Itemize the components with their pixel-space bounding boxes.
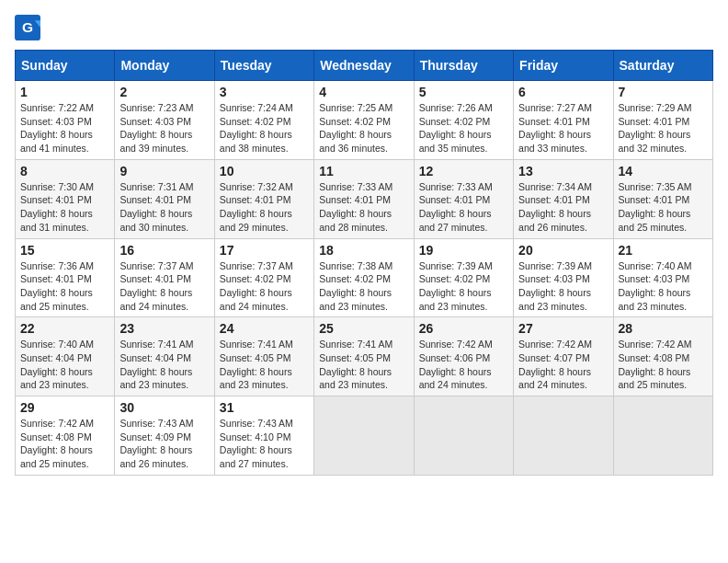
calendar-cell: [314, 396, 414, 476]
weekday-header-sunday: Sunday: [16, 51, 115, 81]
day-number: 17: [220, 243, 309, 258]
calendar-cell: [414, 396, 513, 476]
calendar-cell: 12 Sunrise: 7:33 AMSunset: 4:01 PMDaylig…: [414, 159, 513, 238]
calendar-cell: 14 Sunrise: 7:35 AMSunset: 4:01 PMDaylig…: [613, 159, 712, 238]
day-info: Sunrise: 7:41 AMSunset: 4:05 PMDaylight:…: [220, 339, 293, 390]
calendar-cell: 19 Sunrise: 7:39 AMSunset: 4:02 PMDaylig…: [414, 238, 513, 317]
weekday-header-friday: Friday: [514, 51, 613, 81]
calendar-cell: 17 Sunrise: 7:37 AMSunset: 4:02 PMDaylig…: [214, 238, 313, 317]
calendar-cell: 27 Sunrise: 7:42 AMSunset: 4:07 PMDaylig…: [514, 317, 613, 396]
day-info: Sunrise: 7:42 AMSunset: 4:08 PMDaylight:…: [20, 418, 94, 469]
day-number: 3: [220, 85, 309, 99]
calendar-cell: 1 Sunrise: 7:22 AMSunset: 4:03 PMDayligh…: [16, 81, 115, 160]
calendar-table: SundayMondayTuesdayWednesdayThursdayFrid…: [15, 50, 713, 476]
calendar-cell: 23 Sunrise: 7:41 AMSunset: 4:04 PMDaylig…: [115, 317, 214, 396]
day-number: 13: [518, 164, 608, 178]
day-number: 5: [419, 85, 508, 99]
calendar-cell: [613, 396, 712, 476]
calendar-cell: 24 Sunrise: 7:41 AMSunset: 4:05 PMDaylig…: [214, 317, 313, 396]
day-number: 22: [20, 321, 109, 336]
day-number: 21: [619, 243, 708, 258]
day-info: Sunrise: 7:36 AMSunset: 4:01 PMDaylight:…: [20, 260, 94, 312]
day-number: 18: [319, 243, 408, 258]
calendar-cell: 26 Sunrise: 7:42 AMSunset: 4:06 PMDaylig…: [414, 317, 513, 396]
calendar-cell: 22 Sunrise: 7:40 AMSunset: 4:04 PMDaylig…: [16, 317, 115, 396]
day-number: 15: [20, 243, 109, 258]
day-number: 25: [319, 321, 408, 336]
logo: G: [15, 15, 44, 40]
weekday-header-tuesday: Tuesday: [214, 51, 313, 81]
day-number: 28: [619, 321, 708, 336]
calendar-cell: 13 Sunrise: 7:34 AMSunset: 4:01 PMDaylig…: [514, 159, 613, 238]
weekday-header-monday: Monday: [115, 51, 214, 81]
day-number: 14: [619, 164, 708, 178]
day-info: Sunrise: 7:26 AMSunset: 4:02 PMDaylight:…: [419, 102, 493, 154]
day-number: 24: [220, 321, 309, 336]
day-number: 23: [119, 321, 209, 336]
weekday-header-thursday: Thursday: [414, 51, 513, 81]
day-info: Sunrise: 7:24 AMSunset: 4:02 PMDaylight:…: [220, 102, 293, 154]
day-info: Sunrise: 7:42 AMSunset: 4:06 PMDaylight:…: [419, 339, 493, 390]
day-number: 30: [119, 400, 209, 415]
day-number: 11: [319, 164, 408, 178]
day-number: 12: [419, 164, 508, 178]
day-info: Sunrise: 7:32 AMSunset: 4:01 PMDaylight:…: [220, 181, 293, 233]
calendar-cell: 4 Sunrise: 7:25 AMSunset: 4:02 PMDayligh…: [314, 81, 414, 160]
week-row-2: 8 Sunrise: 7:30 AMSunset: 4:01 PMDayligh…: [16, 159, 713, 238]
day-number: 29: [20, 400, 109, 415]
calendar-cell: 18 Sunrise: 7:38 AMSunset: 4:02 PMDaylig…: [314, 238, 414, 317]
day-info: Sunrise: 7:31 AMSunset: 4:01 PMDaylight:…: [119, 181, 193, 233]
week-row-1: 1 Sunrise: 7:22 AMSunset: 4:03 PMDayligh…: [16, 81, 713, 160]
day-info: Sunrise: 7:42 AMSunset: 4:07 PMDaylight:…: [518, 339, 592, 390]
day-info: Sunrise: 7:33 AMSunset: 4:01 PMDaylight:…: [319, 181, 392, 233]
calendar-cell: 16 Sunrise: 7:37 AMSunset: 4:01 PMDaylig…: [115, 238, 214, 317]
week-row-5: 29 Sunrise: 7:42 AMSunset: 4:08 PMDaylig…: [16, 396, 713, 476]
day-info: Sunrise: 7:25 AMSunset: 4:02 PMDaylight:…: [319, 102, 392, 154]
day-info: Sunrise: 7:35 AMSunset: 4:01 PMDaylight:…: [619, 181, 692, 233]
day-info: Sunrise: 7:41 AMSunset: 4:04 PMDaylight:…: [119, 339, 193, 390]
calendar-cell: 7 Sunrise: 7:29 AMSunset: 4:01 PMDayligh…: [613, 81, 712, 160]
calendar-cell: 10 Sunrise: 7:32 AMSunset: 4:01 PMDaylig…: [214, 159, 313, 238]
day-info: Sunrise: 7:29 AMSunset: 4:01 PMDaylight:…: [619, 102, 692, 154]
logo-icon: G: [15, 15, 40, 40]
calendar-cell: 5 Sunrise: 7:26 AMSunset: 4:02 PMDayligh…: [414, 81, 513, 160]
day-info: Sunrise: 7:40 AMSunset: 4:03 PMDaylight:…: [619, 260, 692, 312]
day-info: Sunrise: 7:30 AMSunset: 4:01 PMDaylight:…: [20, 181, 94, 233]
day-info: Sunrise: 7:42 AMSunset: 4:08 PMDaylight:…: [619, 339, 692, 390]
calendar-cell: 21 Sunrise: 7:40 AMSunset: 4:03 PMDaylig…: [613, 238, 712, 317]
day-info: Sunrise: 7:22 AMSunset: 4:03 PMDaylight:…: [20, 102, 94, 154]
day-number: 31: [220, 400, 309, 415]
day-info: Sunrise: 7:27 AMSunset: 4:01 PMDaylight:…: [518, 102, 592, 154]
calendar-cell: 3 Sunrise: 7:24 AMSunset: 4:02 PMDayligh…: [214, 81, 313, 160]
day-info: Sunrise: 7:23 AMSunset: 4:03 PMDaylight:…: [119, 102, 193, 154]
day-number: 10: [220, 164, 309, 178]
day-info: Sunrise: 7:41 AMSunset: 4:05 PMDaylight:…: [319, 339, 392, 390]
weekday-header-row: SundayMondayTuesdayWednesdayThursdayFrid…: [16, 51, 713, 81]
calendar-cell: 28 Sunrise: 7:42 AMSunset: 4:08 PMDaylig…: [613, 317, 712, 396]
page-header: G: [15, 15, 713, 40]
day-info: Sunrise: 7:39 AMSunset: 4:02 PMDaylight:…: [419, 260, 493, 312]
calendar-cell: [514, 396, 613, 476]
calendar-cell: 9 Sunrise: 7:31 AMSunset: 4:01 PMDayligh…: [115, 159, 214, 238]
day-info: Sunrise: 7:37 AMSunset: 4:01 PMDaylight:…: [119, 260, 193, 312]
day-info: Sunrise: 7:43 AMSunset: 4:10 PMDaylight:…: [220, 418, 293, 469]
svg-text:G: G: [22, 19, 33, 35]
day-info: Sunrise: 7:33 AMSunset: 4:01 PMDaylight:…: [419, 181, 493, 233]
day-number: 6: [518, 85, 608, 99]
day-number: 1: [20, 85, 109, 99]
day-number: 9: [119, 164, 209, 178]
calendar-cell: 11 Sunrise: 7:33 AMSunset: 4:01 PMDaylig…: [314, 159, 414, 238]
weekday-header-wednesday: Wednesday: [314, 51, 414, 81]
day-number: 19: [419, 243, 508, 258]
day-number: 2: [119, 85, 209, 99]
calendar-cell: 20 Sunrise: 7:39 AMSunset: 4:03 PMDaylig…: [514, 238, 613, 317]
calendar-cell: 29 Sunrise: 7:42 AMSunset: 4:08 PMDaylig…: [16, 396, 115, 476]
day-number: 20: [518, 243, 608, 258]
day-info: Sunrise: 7:37 AMSunset: 4:02 PMDaylight:…: [220, 260, 293, 312]
day-number: 16: [119, 243, 209, 258]
day-info: Sunrise: 7:39 AMSunset: 4:03 PMDaylight:…: [518, 260, 592, 312]
day-info: Sunrise: 7:43 AMSunset: 4:09 PMDaylight:…: [119, 418, 193, 469]
day-info: Sunrise: 7:40 AMSunset: 4:04 PMDaylight:…: [20, 339, 94, 390]
weekday-header-saturday: Saturday: [613, 51, 712, 81]
day-number: 8: [20, 164, 109, 178]
